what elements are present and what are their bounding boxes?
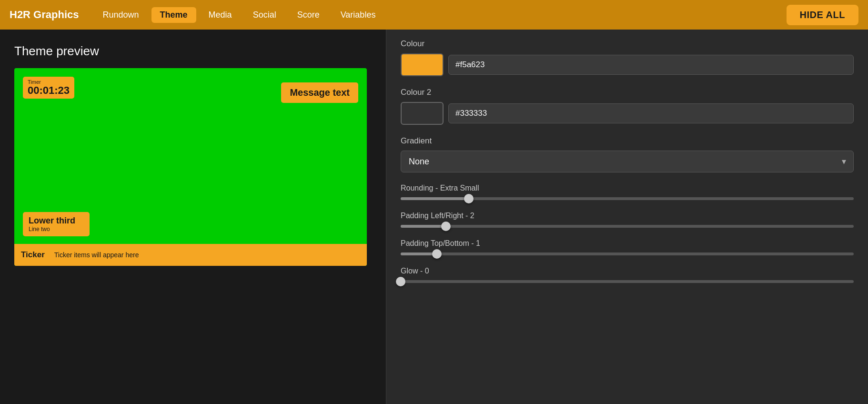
nav-item-score[interactable]: Score — [289, 7, 328, 23]
padding-tb-thumb[interactable] — [432, 249, 442, 259]
gradient-select-wrapper: None Linear Radial — [401, 151, 854, 172]
padding-lr-fill — [401, 225, 446, 228]
settings-panel: Colour Colour 2 Gradient None Linear Rad… — [386, 30, 868, 404]
padding-tb-label: Padding Top/Bottom - 1 — [401, 239, 854, 248]
glow-track — [401, 280, 854, 283]
colour-swatch[interactable] — [401, 53, 444, 76]
widget-ticker: Ticker Ticker items will appear here — [14, 244, 367, 266]
colour-row — [401, 53, 854, 76]
rounding-track — [401, 197, 854, 200]
padding-lr-slider-row: Padding Left/Right - 2 — [401, 212, 854, 228]
padding-lr-thumb[interactable] — [441, 222, 451, 231]
glow-label: Glow - 0 — [401, 267, 854, 275]
padding-tb-slider-row: Padding Top/Bottom - 1 — [401, 239, 854, 255]
lower-third-line-one: Lower third — [29, 216, 84, 226]
main-content: Theme preview Timer 00:01:23 Message tex… — [0, 30, 868, 404]
widget-message: Message text — [281, 82, 358, 103]
colour2-row — [401, 102, 854, 125]
nav-item-rundown[interactable]: Rundown — [94, 7, 148, 23]
lower-third-line-two: Line two — [29, 226, 84, 232]
gradient-label: Gradient — [401, 136, 854, 146]
colour2-input[interactable] — [448, 103, 854, 123]
colour2-swatch[interactable] — [401, 102, 444, 125]
padding-tb-track — [401, 252, 854, 255]
preview-canvas: Timer 00:01:23 Message text Lower third … — [14, 68, 367, 266]
glow-thumb[interactable] — [396, 277, 405, 286]
gradient-select[interactable]: None Linear Radial — [401, 151, 854, 172]
padding-lr-track — [401, 225, 854, 228]
app-title: H2R Graphics — [10, 9, 79, 21]
nav-item-theme[interactable]: Theme — [151, 7, 196, 23]
widget-lower-third: Lower third Line two — [23, 212, 90, 236]
ticker-items-text: Ticker items will appear here — [54, 251, 139, 259]
nav-item-variables[interactable]: Variables — [332, 7, 384, 23]
colour2-setting: Colour 2 — [401, 88, 854, 125]
colour2-label: Colour 2 — [401, 88, 854, 97]
glow-slider-row: Glow - 0 — [401, 267, 854, 283]
preview-title: Theme preview — [14, 44, 372, 59]
rounding-thumb[interactable] — [464, 194, 474, 203]
header-left: H2R Graphics Rundown Theme Media Social … — [10, 7, 384, 23]
ticker-label: Ticker — [21, 250, 45, 260]
colour-label: Colour — [401, 39, 854, 49]
padding-tb-fill — [401, 252, 437, 255]
rounding-slider-row: Rounding - Extra Small — [401, 184, 854, 200]
header: H2R Graphics Rundown Theme Media Social … — [0, 0, 868, 30]
colour-input[interactable] — [448, 55, 854, 75]
gradient-setting: Gradient None Linear Radial — [401, 136, 854, 172]
rounding-fill — [401, 197, 469, 200]
timer-value: 00:01:23 — [28, 85, 70, 96]
widget-timer: Timer 00:01:23 — [23, 77, 74, 99]
padding-lr-label: Padding Left/Right - 2 — [401, 212, 854, 220]
preview-panel: Theme preview Timer 00:01:23 Message tex… — [0, 30, 386, 404]
message-text: Message text — [290, 87, 350, 98]
colour-setting: Colour — [401, 39, 854, 76]
rounding-label: Rounding - Extra Small — [401, 184, 854, 192]
hide-all-button[interactable]: HIDE ALL — [787, 5, 858, 25]
nav-item-media[interactable]: Media — [200, 7, 241, 23]
nav: Rundown Theme Media Social Score Variabl… — [94, 7, 384, 23]
nav-item-social[interactable]: Social — [244, 7, 285, 23]
